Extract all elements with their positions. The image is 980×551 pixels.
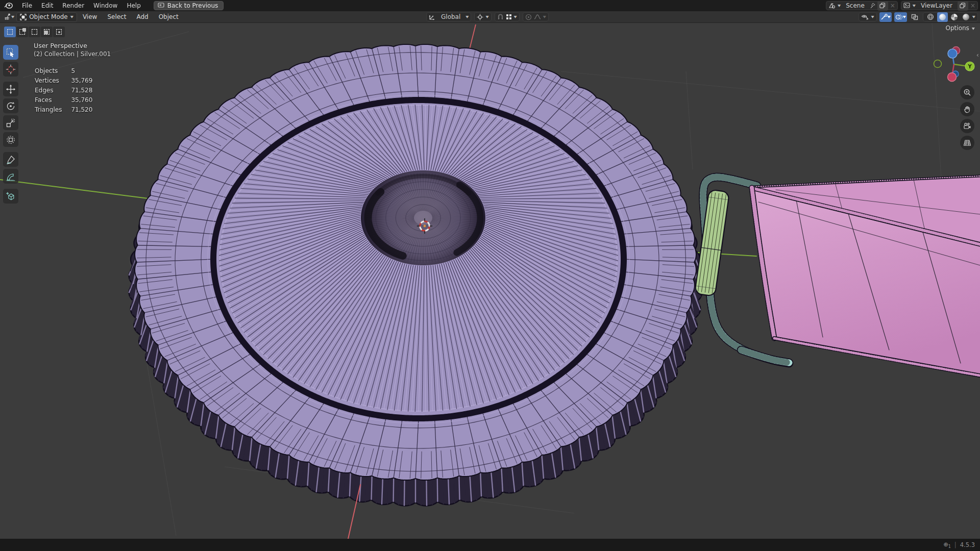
shading-solid-button[interactable] (937, 12, 948, 22)
tool-add-cube[interactable] (3, 189, 18, 204)
new-viewlayer-icon[interactable] (958, 1, 968, 11)
pan-hand-button[interactable] (960, 102, 974, 116)
editor-type-button[interactable]: ▼ (3, 12, 15, 22)
menu-edit[interactable]: Edit (37, 1, 58, 10)
stat-value: 35,760 (63, 96, 92, 105)
stat-row: Triangles71,520 (35, 106, 92, 114)
pivot-icon (477, 14, 483, 20)
tool-tweak-select[interactable] (3, 45, 18, 60)
proportional-edit-group: ▼ (523, 12, 549, 21)
blender-window: File Edit Render Window Help Back to Pre… (0, 0, 980, 551)
menu-add[interactable]: Add (132, 12, 153, 21)
tool-transform[interactable] (3, 132, 18, 147)
menu-render[interactable]: Render (58, 1, 89, 10)
stat-row: Vertices35,769 (35, 77, 92, 85)
blender-logo-icon (4, 2, 13, 9)
proportional-editing-icon[interactable] (525, 14, 532, 20)
show-overlays-toggle[interactable]: ▼ (894, 12, 907, 22)
viewlayer-name[interactable]: ViewLayer (918, 2, 955, 9)
navigation-gizmo[interactable]: Y (931, 41, 977, 87)
stat-label: Vertices (35, 77, 62, 85)
mode-label: Object Mode (29, 13, 68, 20)
topbar: File Edit Render Window Help Back to Pre… (0, 0, 980, 11)
falloff-curve-icon[interactable] (534, 14, 541, 20)
menu-object[interactable]: Object (154, 12, 183, 21)
stat-row: Objects5 (35, 67, 92, 76)
select-mode-subtract-button[interactable] (29, 27, 40, 37)
gizmo-z-pos-ball[interactable] (948, 49, 957, 58)
statusbar-divider: | (954, 541, 957, 548)
menu-file[interactable]: File (17, 1, 37, 10)
tool-rotate[interactable] (3, 98, 18, 113)
gizmo-x-pos-ball[interactable] (948, 73, 957, 82)
chevron-down-icon[interactable]: ▼ (972, 15, 975, 18)
stat-label: Objects (35, 67, 62, 76)
tool-annotate[interactable] (3, 152, 18, 167)
chevron-down-icon: ▼ (972, 26, 975, 30)
new-scene-icon[interactable] (877, 1, 888, 11)
viewport-header-center: Global ▼ ▼ (426, 12, 549, 21)
select-mode-new-button[interactable] (4, 27, 16, 37)
orientation-label: Global (438, 13, 463, 20)
viewport-header-left: ▼ Object Mode ▼ View Select Add Object (3, 12, 183, 22)
viewport-header: ▼ Object Mode ▼ View Select Add Object (0, 11, 980, 23)
camera-view-button[interactable] (960, 119, 974, 133)
shading-rendered-button[interactable] (961, 12, 971, 22)
chevron-down-icon: ▼ (485, 15, 488, 18)
tool-move[interactable] (3, 82, 18, 96)
tool-scale[interactable] (3, 115, 18, 130)
screen-back-icon (158, 3, 164, 8)
chevron-down-icon: ▼ (70, 15, 74, 18)
menu-select[interactable]: Select (103, 12, 131, 21)
scene-selector: ▼ Scene × (826, 1, 898, 10)
back-to-previous-button[interactable]: Back to Previous (154, 1, 224, 10)
gizmo-y-neg-ball[interactable] (934, 60, 942, 68)
view-name: User Perspective (34, 41, 111, 50)
shading-wireframe-button[interactable] (925, 12, 936, 22)
stat-label: Edges (35, 86, 62, 95)
scene-name[interactable]: Scene (843, 2, 868, 9)
toggle-perspective-button[interactable] (960, 136, 974, 150)
stat-value: 71,520 (63, 106, 92, 114)
zoom-button[interactable] (960, 85, 974, 99)
chevron-down-icon[interactable]: ▼ (913, 4, 916, 7)
snapping-group: ▼ (495, 12, 520, 21)
network-status-icon[interactable]: ⊕1 (943, 541, 951, 549)
stat-value: 71,528 (63, 86, 92, 95)
pivot-point-dropdown[interactable]: ▼ (474, 12, 491, 21)
chevron-down-icon[interactable]: ▼ (838, 4, 841, 7)
chevron-down-icon: ▼ (903, 15, 906, 18)
menu-view[interactable]: View (78, 12, 102, 21)
scene-canvas[interactable] (0, 23, 980, 539)
remove-viewlayer-icon: × (970, 2, 975, 9)
select-mode-intersect-button[interactable] (53, 27, 65, 37)
select-mode-difference-button[interactable] (41, 27, 53, 37)
tool-cursor[interactable] (3, 62, 18, 77)
select-mode-extend-button[interactable] (16, 27, 28, 37)
menu-help[interactable]: Help (122, 1, 145, 10)
unlink-scene-icon: × (890, 2, 895, 9)
chevron-down-icon[interactable]: ▼ (514, 15, 517, 18)
back-to-previous-label: Back to Previous (167, 2, 218, 9)
viewlayer-icon[interactable] (903, 3, 911, 9)
shading-mode-group: ▼ (923, 12, 978, 21)
viewport-header-right: ▼ ▼ ▼ (859, 12, 978, 22)
viewport-3d[interactable]: User Perspective (2) Collection | Silver… (0, 23, 980, 539)
gizmo-y-label: Y (967, 64, 972, 69)
stat-label: Triangles (35, 106, 62, 114)
toggle-xray-button[interactable] (910, 12, 920, 22)
transform-orientation-dropdown[interactable]: Global ▼ (426, 12, 471, 21)
object-visibility-dropdown[interactable]: ▼ (859, 12, 876, 21)
show-gizmo-toggle[interactable]: ▼ (879, 12, 892, 22)
snap-magnet-icon[interactable] (497, 14, 504, 20)
scene-datablock-icon[interactable] (828, 3, 836, 9)
shading-material-button[interactable] (949, 12, 960, 22)
chevron-down-icon[interactable]: ▼ (543, 15, 546, 18)
menu-window[interactable]: Window (89, 1, 122, 10)
mode-dropdown[interactable]: Object Mode ▼ (16, 12, 77, 22)
snap-target-icon[interactable] (506, 14, 512, 20)
pin-icon[interactable] (870, 3, 875, 9)
tool-measure[interactable] (3, 169, 18, 184)
options-button[interactable]: Options ▼ (946, 24, 975, 32)
stat-row: Faces35,760 (35, 96, 92, 105)
